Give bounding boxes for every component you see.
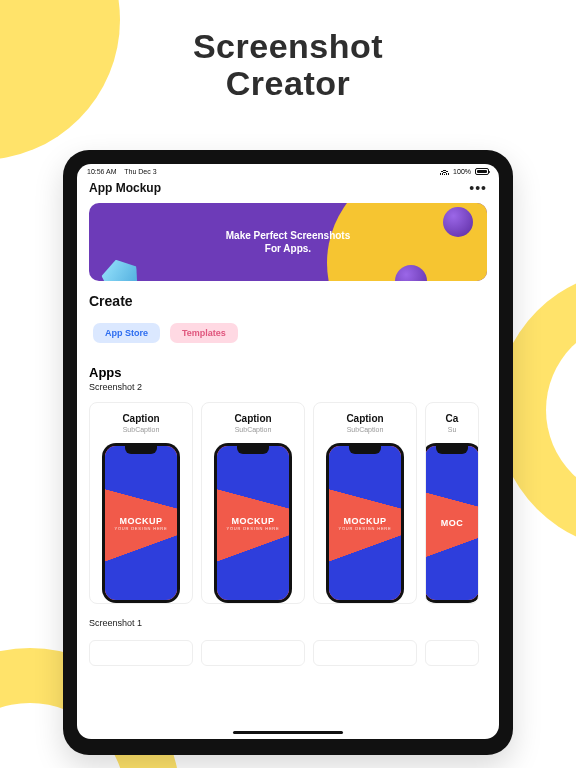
mockup-label: MOC [425,518,479,528]
screenshot-card[interactable] [89,640,193,666]
status-right: 100% [440,168,489,175]
section-create-heading: Create [77,281,499,319]
card-row[interactable]: Caption SubCaption MOCKUP YOUR DESIGN HE… [77,398,499,608]
screenshot-card[interactable] [201,640,305,666]
page-title-line2: Creator [0,65,576,102]
hero-line2: For Apps. [265,242,311,256]
mockup-label: MOCKUP YOUR DESIGN HERE [329,516,401,531]
nav-title: App Mockup [89,181,161,195]
phone-mockup: MOCKUP YOUR DESIGN HERE [214,443,292,603]
card-subcaption: Su [448,426,457,433]
screenshot-card[interactable]: Ca Su MOC [425,402,479,604]
chip-app-store[interactable]: App Store [93,323,160,343]
home-indicator[interactable] [233,731,343,734]
screenshot-card[interactable] [425,640,479,666]
screenshot-card[interactable]: Caption SubCaption MOCKUP YOUR DESIGN HE… [313,402,417,604]
nav-bar: App Mockup ••• [77,175,499,199]
group-label-screenshot-1: Screenshot 1 [77,608,499,634]
status-time: 10:56 AM [87,168,117,175]
page-title: Screenshot Creator [0,0,576,103]
phone-mockup: MOCKUP YOUR DESIGN HERE [102,443,180,603]
mockup-label: MOCKUP YOUR DESIGN HERE [217,516,289,531]
mockup-label: MOCKUP YOUR DESIGN HERE [105,516,177,531]
status-left: 10:56 AM Thu Dec 3 [87,168,157,175]
chip-templates[interactable]: Templates [170,323,238,343]
group-label-screenshot-2: Screenshot 2 [77,382,499,398]
card-row-2[interactable] [77,634,499,666]
card-subcaption: SubCaption [123,426,160,433]
page-title-line1: Screenshot [0,28,576,65]
status-date: Thu Dec 3 [124,168,156,175]
card-subcaption: SubCaption [347,426,384,433]
phone-mockup: MOC [425,443,479,603]
card-subcaption: SubCaption [235,426,272,433]
wifi-icon [440,168,449,175]
card-caption: Ca [446,413,459,424]
card-caption: Caption [122,413,159,424]
card-caption: Caption [234,413,271,424]
hero-text: Make Perfect Screenshots For Apps. [89,203,487,281]
screenshot-card[interactable]: Caption SubCaption MOCKUP YOUR DESIGN HE… [89,402,193,604]
screenshot-card[interactable] [313,640,417,666]
phone-mockup: MOCKUP YOUR DESIGN HERE [326,443,404,603]
screenshot-card[interactable]: Caption SubCaption MOCKUP YOUR DESIGN HE… [201,402,305,604]
tablet-screen: 10:56 AM Thu Dec 3 100% App Mockup ••• M… [77,164,499,739]
tablet-frame: 10:56 AM Thu Dec 3 100% App Mockup ••• M… [63,150,513,755]
card-caption: Caption [346,413,383,424]
more-button[interactable]: ••• [469,185,487,191]
battery-pct: 100% [453,168,471,175]
chip-row: App Store Templates [77,319,499,353]
hero-banner[interactable]: Make Perfect Screenshots For Apps. [89,203,487,281]
status-bar: 10:56 AM Thu Dec 3 100% [77,164,499,175]
hero-line1: Make Perfect Screenshots [226,229,351,243]
section-apps-heading: Apps [77,353,499,382]
battery-icon [475,168,489,175]
